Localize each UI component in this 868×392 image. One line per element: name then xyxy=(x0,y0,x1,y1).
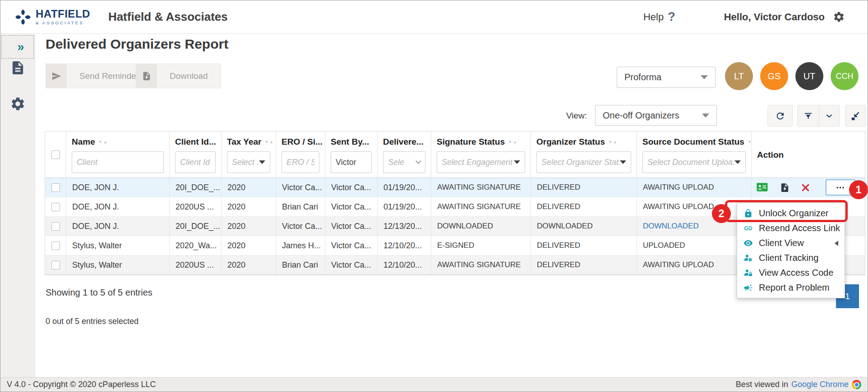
download-organizer-button[interactable] xyxy=(780,182,790,193)
cell-signature-status: AWAITING SIGNATURE xyxy=(431,255,531,274)
cell-signature-status: E-SIGNED xyxy=(431,236,531,255)
avatar-cch[interactable]: CCH xyxy=(831,62,859,90)
column-header-signature-status[interactable]: Signature Status ▼▲ xyxy=(437,137,525,147)
row-checkbox[interactable] xyxy=(51,183,60,192)
more-actions-button[interactable]: ... xyxy=(826,179,855,196)
column-header-source-document-status[interactable]: Source Document Status ▼▲ xyxy=(642,137,746,147)
google-chrome-link[interactable]: Google Chrome xyxy=(791,380,849,389)
chevron-down-icon xyxy=(259,160,265,164)
help-question-icon: ? xyxy=(668,10,675,24)
settings-gear-icon[interactable] xyxy=(833,11,845,23)
view-label: View: xyxy=(555,111,587,121)
app-header: HATFIELD & ASSOCIATES Hatfield & Associa… xyxy=(0,0,868,34)
view-select[interactable]: One-off Organizers xyxy=(595,105,717,126)
download-button[interactable]: Download xyxy=(136,64,221,88)
cell-client-id: 2020_Wa... xyxy=(170,236,222,255)
avatar-lt[interactable]: LT xyxy=(725,62,753,90)
logo-knot-icon xyxy=(14,8,32,26)
cell-source-status: UPLOADED xyxy=(637,236,752,255)
cell-name: DOE, JON J. xyxy=(66,178,170,197)
export-icon xyxy=(850,111,861,121)
refresh-button[interactable] xyxy=(767,105,793,127)
avatar-ut[interactable]: UT xyxy=(795,62,823,90)
menu-item-unlock-organizer[interactable]: Unlock Organizer xyxy=(737,206,845,221)
signature-status-filter-select[interactable]: Select Engagement xyxy=(437,151,525,173)
cell-tax-year: 2020 xyxy=(222,217,276,236)
column-header-delivered[interactable]: Delivere... xyxy=(383,137,425,147)
proforma-select[interactable]: Proforma xyxy=(617,67,716,88)
select-all-checkbox[interactable] xyxy=(51,150,60,159)
column-header-organizer-status[interactable]: Organizer Status ▼▲ xyxy=(536,137,631,147)
row-checkbox[interactable] xyxy=(51,242,60,250)
delivered-filter-select[interactable]: Sele xyxy=(383,151,425,173)
help-button[interactable]: Help ? xyxy=(643,10,675,24)
organizer-status-filter-select[interactable]: Select Organizer Stat... xyxy=(536,151,631,173)
cell-ero: Brian Cari xyxy=(276,255,325,274)
chevron-down-icon xyxy=(514,160,520,164)
x-icon xyxy=(801,183,810,192)
row-checkbox[interactable] xyxy=(51,222,60,231)
cell-sent-by: Victor Ca... xyxy=(325,236,378,255)
cell-name: DOE, JON J. xyxy=(66,217,170,236)
chevron-down-icon xyxy=(702,114,709,118)
filter-dropdown-button[interactable] xyxy=(819,105,840,126)
menu-item-label: Resend Access Link xyxy=(759,223,840,233)
client-card-button[interactable] xyxy=(756,182,768,192)
cell-tax-year: 2020 xyxy=(222,255,276,274)
column-header-ero[interactable]: ERO / Si... xyxy=(282,137,319,147)
name-filter-input[interactable] xyxy=(72,151,164,173)
filter-button[interactable] xyxy=(798,105,819,126)
document-icon xyxy=(10,60,26,76)
source-document-filter-select[interactable]: Select Document Uploa... xyxy=(642,151,746,173)
company-logo: HATFIELD & ASSOCIATES xyxy=(14,8,90,26)
row-checkbox[interactable] xyxy=(51,261,60,269)
avatar-gs[interactable]: GS xyxy=(760,62,788,90)
cell-delivered: 01/19/20... xyxy=(378,197,431,216)
sent-by-filter-input[interactable] xyxy=(331,151,372,173)
link-icon xyxy=(743,223,753,233)
delete-button[interactable] xyxy=(801,183,810,192)
menu-item-resend-access-link[interactable]: Resend Access Link xyxy=(737,221,845,236)
column-header-tax-year[interactable]: Tax Year ▼▲ xyxy=(227,137,270,147)
sort-arrows-icon: ▼▲ xyxy=(264,140,274,144)
cell-tax-year: 2020 xyxy=(222,197,276,216)
menu-item-client-tracking[interactable]: Client Tracking xyxy=(737,251,845,265)
tax-year-filter-select[interactable]: Select ... xyxy=(227,151,270,173)
chevron-down-icon xyxy=(701,75,708,79)
column-header-client-id[interactable]: Client Id... xyxy=(175,137,216,147)
view-value: One-off Organizers xyxy=(603,110,679,121)
menu-item-report-a-problem[interactable]: Report a Problem xyxy=(737,280,845,295)
ero-filter-input[interactable] xyxy=(282,151,319,173)
cell-organizer-status: DELIVERED xyxy=(531,178,637,197)
cell-delivered: 12/13/20... xyxy=(378,217,431,236)
menu-item-client-view[interactable]: Client View xyxy=(737,236,845,251)
cell-ero: Victor Ca... xyxy=(276,178,325,197)
download-label: Download xyxy=(157,64,221,88)
sidebar-expand-button[interactable]: » xyxy=(1,35,34,59)
column-header-name[interactable]: Name ▼▲ xyxy=(72,137,164,147)
export-button[interactable] xyxy=(845,105,866,127)
avatar-initials: GS xyxy=(768,71,781,82)
menu-item-view-access-code[interactable]: View Access Code xyxy=(737,265,845,280)
column-label: Signature Status xyxy=(437,137,505,147)
chevron-down-icon xyxy=(620,160,626,164)
refresh-icon xyxy=(775,111,785,121)
sidebar-item-reports[interactable] xyxy=(0,57,35,78)
client-id-filter-input[interactable] xyxy=(175,151,216,173)
cell-tax-year: 2020 xyxy=(222,236,276,255)
chevron-down-icon xyxy=(734,160,741,164)
column-header-sent-by[interactable]: Sent By... xyxy=(331,137,372,147)
cell-name: DOE, JON J. xyxy=(66,197,170,216)
sidebar-item-settings[interactable] xyxy=(0,93,35,114)
avatar-initials: UT xyxy=(803,71,816,82)
app-window: HATFIELD & ASSOCIATES Hatfield & Associa… xyxy=(0,0,868,392)
cell-client-id: 20I_DOE_... xyxy=(170,178,222,197)
app-title: Hatfield & Associates xyxy=(108,10,228,24)
row-checkbox[interactable] xyxy=(51,203,60,211)
filter-placeholder: Select ... xyxy=(232,158,259,167)
downloaded-link[interactable]: DOWNLOADED xyxy=(643,222,699,231)
cell-organizer-status: DELIVERED xyxy=(531,255,637,274)
filter-icon xyxy=(803,111,813,121)
cell-signature-status: DOWNLOADED xyxy=(431,217,531,236)
file-download-icon xyxy=(780,182,790,193)
